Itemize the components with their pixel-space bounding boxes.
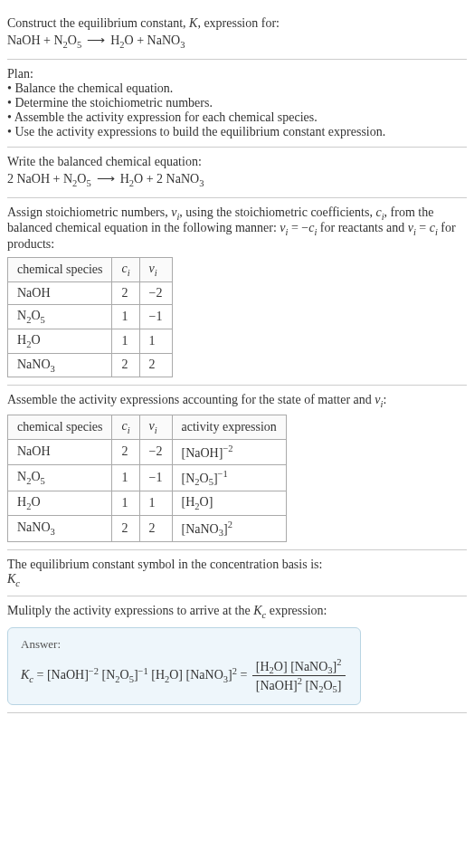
cell-ci: 1 [112, 304, 139, 329]
multiply-text: Mulitply the activity expressions to arr… [7, 604, 467, 620]
table-row: N2O5 1 −1 [8, 304, 173, 329]
activity-table: chemical species ci νi activity expressi… [7, 415, 287, 542]
plan-title: Plan: [7, 67, 467, 81]
species: H2O [120, 172, 144, 186]
plan-bullet: • Determine the stoichiometric numbers. [7, 96, 467, 110]
table-row: NaNO3 2 2 [NaNO3]2 [8, 515, 287, 541]
balanced-title: Write the balanced chemical equation: [7, 155, 467, 169]
assign-section: Assign stoichiometric numbers, νi, using… [7, 198, 467, 386]
table-row: NaNO3 2 2 [8, 353, 173, 377]
cell-ci: 2 [112, 439, 139, 464]
cell-species: H2O [8, 329, 112, 353]
cell-activity: [NaNO3]2 [172, 515, 286, 541]
cell-nui: 2 [139, 353, 172, 377]
text: , expression for: [197, 16, 280, 30]
balanced-section: Write the balanced chemical equation: 2 … [7, 148, 467, 198]
cell-nui: −2 [139, 439, 172, 464]
prompt-line1: Construct the equilibrium constant, K, e… [7, 16, 467, 31]
table-row: NaOH 2 −2 [8, 281, 173, 304]
cell-species: N2O5 [8, 464, 112, 491]
numerator: [H2O] [NaNO3]2 [252, 657, 346, 676]
activity-section: Assemble the activity expressions accoun… [7, 386, 467, 550]
plan-bullet: • Use the activity expressions to build … [7, 125, 467, 139]
fraction: [H2O] [NaNO3]2[NaOH]2 [N2O5] [252, 657, 346, 695]
cell-species: H2O [8, 491, 112, 516]
plus: + [134, 33, 147, 47]
col-ci: ci [112, 258, 139, 282]
balanced-reaction: 2 NaOH + N2O5⟶H2O + 2 NaNO3 [7, 171, 467, 188]
cell-ci: 2 [112, 515, 139, 541]
K: K [189, 16, 197, 30]
table-row: H2O 1 1 [8, 329, 173, 353]
col-species: chemical species [8, 415, 112, 440]
cell-nui: 1 [139, 491, 172, 516]
species: NaOH [7, 33, 41, 47]
cell-activity: [N2O5]−1 [172, 464, 286, 491]
table-header-row: chemical species ci νi [8, 258, 173, 282]
plus: + [50, 172, 63, 186]
plus: + [143, 172, 156, 186]
symbol-kc: Kc [7, 572, 467, 588]
species: H2O [110, 33, 134, 47]
cell-nui: 1 [139, 329, 172, 353]
cell-species: NaOH [8, 281, 112, 304]
multiply-section: Mulitply the activity expressions to arr… [7, 596, 467, 713]
answer-box: Answer: Kc = [NaOH]−2 [N2O5]−1 [H2O] [Na… [7, 627, 361, 705]
cell-species: NaNO3 [8, 515, 112, 541]
cell-activity: [NaOH]−2 [172, 439, 286, 464]
symbol-section: The equilibrium constant symbol in the c… [7, 550, 467, 596]
stoich-table: chemical species ci νi NaOH 2 −2 N2O5 1 … [7, 257, 173, 377]
cell-nui: −1 [139, 304, 172, 329]
col-activity: activity expression [172, 415, 286, 440]
species: N2O5 [53, 33, 81, 47]
arrow-icon: ⟶ [87, 33, 105, 47]
species: 2 NaOH [7, 172, 50, 186]
col-nui: νi [139, 415, 172, 440]
table-row: N2O5 1 −1 [N2O5]−1 [8, 464, 287, 491]
table-row: NaOH 2 −2 [NaOH]−2 [8, 439, 287, 464]
text: Construct the equilibrium constant, [7, 16, 189, 30]
plan-bullet: • Assemble the activity expression for e… [7, 110, 467, 125]
species: N2O5 [63, 172, 91, 186]
assign-text: Assign stoichiometric numbers, νi, using… [7, 205, 467, 253]
col-species: chemical species [8, 258, 112, 282]
activity-title: Assemble the activity expressions accoun… [7, 393, 467, 409]
table-header-row: chemical species ci νi activity expressi… [8, 415, 287, 440]
denominator: [NaOH]2 [N2O5] [252, 676, 346, 694]
arrow-icon: ⟶ [97, 172, 115, 186]
cell-species: N2O5 [8, 304, 112, 329]
cell-ci: 1 [112, 491, 139, 516]
plan-section: Plan: • Balance the chemical equation. •… [7, 60, 467, 148]
cell-ci: 1 [112, 464, 139, 491]
unbalanced-reaction: NaOH + N2O5⟶H2O + NaNO3 [7, 33, 467, 50]
answer-label: Answer: [21, 637, 347, 652]
cell-ci: 2 [112, 281, 139, 304]
plan-bullet: • Balance the chemical equation. [7, 81, 467, 96]
symbol-text: The equilibrium constant symbol in the c… [7, 558, 467, 572]
cell-nui: −2 [139, 281, 172, 304]
cell-species: NaNO3 [8, 353, 112, 377]
plus: + [41, 33, 54, 47]
cell-ci: 1 [112, 329, 139, 353]
col-nui: νi [139, 258, 172, 282]
species: NaNO3 [147, 33, 185, 47]
answer-equation: Kc = [NaOH]−2 [N2O5]−1 [H2O] [NaNO3]2 = … [21, 657, 347, 695]
cell-activity: [H2O] [172, 491, 286, 516]
cell-nui: 2 [139, 515, 172, 541]
cell-species: NaOH [8, 439, 112, 464]
species: 2 NaNO3 [156, 172, 204, 186]
cell-ci: 2 [112, 353, 139, 377]
cell-nui: −1 [139, 464, 172, 491]
table-row: H2O 1 1 [H2O] [8, 491, 287, 516]
prompt-section: Construct the equilibrium constant, K, e… [7, 7, 467, 60]
col-ci: ci [112, 415, 139, 440]
